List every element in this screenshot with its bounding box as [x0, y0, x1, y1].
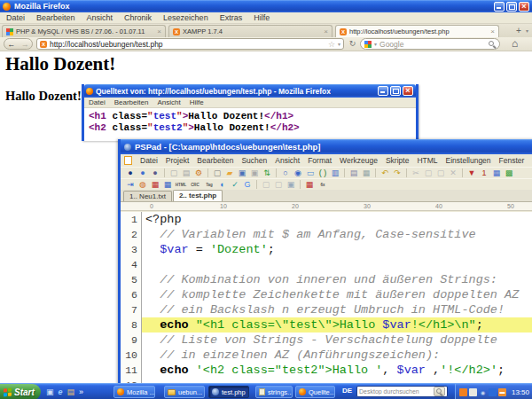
taskbar-app-button[interactable]: uebun...: [164, 386, 205, 398]
editor-line[interactable]: 10 // in einzelnen AZ (Anführungszeichen…: [121, 348, 532, 363]
restore-button[interactable]: [506, 2, 517, 12]
pspad-menu-item[interactable]: Bearbeiten: [197, 156, 233, 165]
sphere-blue-icon[interactable]: ●: [137, 168, 148, 178]
redo-icon[interactable]: ↷: [392, 168, 403, 178]
number-one-icon[interactable]: 1: [479, 168, 489, 178]
sphere-dark-icon[interactable]: ●: [125, 168, 136, 178]
book-icon[interactable]: ▥: [330, 168, 340, 178]
editor-line[interactable]: 4: [121, 257, 532, 272]
brackets-icon[interactable]: ( ): [317, 168, 328, 178]
minimize-button[interactable]: [378, 86, 388, 96]
taskbar-app-button[interactable]: test.php: [208, 386, 249, 398]
panel1-disabled-icon[interactable]: ▢: [261, 180, 271, 190]
tab-close-icon[interactable]: ×: [490, 27, 495, 35]
source-menu-item[interactable]: Ansicht: [157, 98, 180, 106]
settings-gear-icon[interactable]: ⚙: [193, 168, 204, 178]
firefox-titlebar[interactable]: Mozilla Firefox ×: [0, 0, 532, 12]
source-menu-item[interactable]: Bearbeiten: [114, 98, 149, 106]
maximize-button[interactable]: [390, 86, 401, 96]
taskbar-app-button[interactable]: Mozilla ...: [113, 386, 155, 398]
search-box[interactable]: ▾ Google: [360, 38, 500, 50]
forward-button[interactable]: →: [21, 40, 29, 49]
chevron-more-icon[interactable]: »: [79, 387, 83, 396]
desktop-search-placeholder[interactable]: Desktop durchsuchen: [359, 388, 432, 395]
print-icon[interactable]: ▦: [361, 168, 372, 178]
editor-line[interactable]: 11 echo '<h2 class="test2">Hallo ', $var…: [121, 363, 532, 378]
delete-disabled-icon[interactable]: ✕: [448, 168, 458, 178]
source-titlebar[interactable]: Quelltext von: http://localhost/uebungen…: [84, 84, 416, 98]
pspad-menu-item[interactable]: Suchen: [241, 156, 267, 165]
html-tidy-icon[interactable]: HTML: [175, 180, 187, 190]
panel2-disabled-icon[interactable]: ▢: [273, 180, 284, 190]
monitor-tray-icon[interactable]: [469, 388, 477, 396]
internet-explorer-icon[interactable]: e: [59, 387, 63, 396]
open-folder-icon[interactable]: ▰: [224, 168, 235, 178]
minimize-button[interactable]: [494, 2, 505, 12]
url-bar[interactable]: X http://localhost/uebungen/test.php ☆ ▾: [36, 38, 344, 50]
firefox-menu-item[interactable]: Datei: [6, 13, 25, 22]
editor-line[interactable]: 9 // Liste von Strings - Verschachtelung…: [121, 332, 532, 348]
firefox-menu-item[interactable]: Ansicht: [87, 13, 113, 22]
copy-disabled-icon[interactable]: ▢: [168, 168, 179, 178]
pic-green-icon[interactable]: ▩: [504, 168, 514, 178]
image-disabled-icon[interactable]: ▤: [181, 168, 192, 178]
search-placeholder[interactable]: Google: [379, 40, 486, 49]
show-desktop-icon[interactable]: ▣: [46, 387, 54, 396]
paste-disabled-icon[interactable]: ▢: [435, 168, 446, 178]
desktop-search-button[interactable]: [434, 387, 445, 396]
taskbar-clock[interactable]: 13:50: [512, 388, 532, 396]
table-colored-icon[interactable]: ▦: [150, 180, 160, 190]
search-magnifier-icon[interactable]: [489, 41, 496, 48]
pspad-document-tab[interactable]: 2.. test.php: [173, 190, 223, 201]
pspad-menu-item[interactable]: HTML: [417, 156, 437, 165]
bookmark-star-icon[interactable]: ☆: [328, 40, 335, 49]
new-file-icon[interactable]: ▢: [212, 168, 223, 178]
pspad-menu-item[interactable]: Projekt: [166, 156, 189, 165]
crc-label-icon[interactable]: CRC: [189, 180, 201, 190]
editor-line[interactable]: 2 // Variablen mit $ am Anfang, Case-sen…: [121, 227, 532, 242]
php-donut-icon[interactable]: ◍: [137, 180, 148, 190]
firefox-menu-item[interactable]: Lesezeichen: [163, 13, 208, 22]
url-dropdown-caret-icon[interactable]: ▾: [338, 41, 340, 47]
xampp-tray-icon[interactable]: [459, 388, 467, 396]
browser-tab[interactable]: XXAMPP 1.7.4×: [168, 25, 332, 37]
tab-close-icon[interactable]: ×: [324, 27, 328, 35]
search-icon[interactable]: ○: [280, 168, 291, 178]
source-menu-item[interactable]: Datei: [89, 98, 106, 106]
monitor-icon[interactable]: ▣: [286, 180, 296, 190]
pspad-menu-item[interactable]: Einstellungen: [446, 156, 491, 165]
search-tray-icon[interactable]: [489, 388, 497, 396]
pspad-menu-item[interactable]: Format: [308, 156, 332, 165]
home-button[interactable]: ⌂: [512, 37, 518, 50]
firefox-menu-item[interactable]: Bearbeiten: [36, 13, 75, 22]
pspad-menu-item[interactable]: Skripte: [386, 156, 409, 165]
disk-tray-icon[interactable]: ▬: [498, 388, 506, 396]
firefox-menu-item[interactable]: Chronik: [124, 13, 152, 22]
taskbar-app-button[interactable]: Quellte...: [295, 386, 335, 398]
script-6x-icon[interactable]: 6x: [317, 180, 329, 190]
w3c-check-icon[interactable]: ✓: [230, 180, 240, 190]
sort-icon[interactable]: ▼: [466, 168, 477, 178]
pspad-menu-item[interactable]: Werkzeuge: [340, 156, 378, 165]
pspad-menu-item[interactable]: Ansicht: [275, 156, 300, 165]
close-button[interactable]: ×: [519, 2, 529, 12]
launch-folder-icon[interactable]: ▤: [67, 387, 75, 396]
exit-door-icon[interactable]: ⇥: [125, 180, 136, 190]
back-button[interactable]: ←: [7, 40, 15, 49]
comment-bubble-icon[interactable]: ▭: [305, 168, 316, 178]
google-g-icon[interactable]: G: [242, 180, 253, 190]
pspad-menu-item[interactable]: Datei: [140, 156, 158, 165]
new-tab-button[interactable]: +: [512, 26, 525, 36]
copy2-disabled-icon[interactable]: ▢: [423, 168, 434, 178]
save-file-icon[interactable]: ▣: [237, 168, 247, 178]
code-editor[interactable]: 1<?php2 // Variablen mit $ am Anfang, Ca…: [121, 212, 532, 399]
reload-button[interactable]: ↻: [347, 38, 358, 50]
editor-line[interactable]: 8 echo "<h1 class=\"test\">Hallo $var!</…: [121, 317, 532, 332]
browser-tab[interactable]: Xhttp://localhost/uebungen/test.php×: [335, 25, 499, 37]
editor-line[interactable]: 3 $var = 'Dozent';: [121, 242, 532, 257]
firefox-menu-item[interactable]: Hilfe: [254, 13, 270, 22]
editor-line[interactable]: 6 // komplette Zeichenkette mit äußeren …: [121, 287, 532, 302]
cut-disabled-icon[interactable]: ✂: [411, 168, 421, 178]
globe-icon[interactable]: ◐: [217, 180, 228, 190]
char-table-icon[interactable]: ▦: [304, 180, 315, 190]
